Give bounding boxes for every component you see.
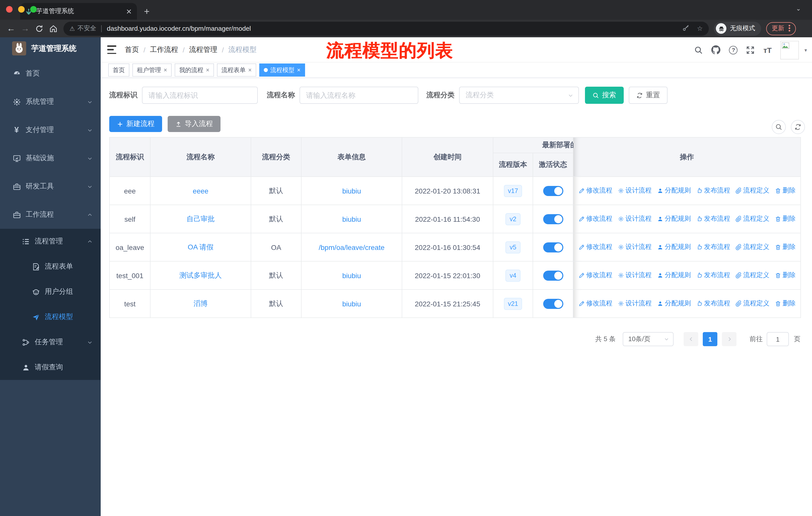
tag-流程表单[interactable]: 流程表单× bbox=[217, 63, 256, 77]
import-process-button[interactable]: 导入流程 bbox=[168, 116, 221, 132]
filter-input-流程名称[interactable] bbox=[299, 87, 418, 104]
security-label[interactable]: 不安全 bbox=[78, 24, 96, 33]
version-tag[interactable]: v4 bbox=[505, 269, 521, 281]
create-process-button[interactable]: 新建流程 bbox=[109, 116, 162, 132]
sidebar-item-流程管理[interactable]: 流程管理 bbox=[0, 229, 101, 254]
breadcrumb-item[interactable]: 工作流程 bbox=[150, 45, 178, 54]
home-icon[interactable] bbox=[46, 21, 60, 35]
sidebar-item-首页[interactable]: 首页 bbox=[0, 59, 101, 88]
active-toggle[interactable] bbox=[543, 270, 563, 280]
github-icon[interactable] bbox=[712, 45, 721, 54]
action-发布流程[interactable]: 发布流程 bbox=[696, 214, 730, 223]
action-删除[interactable]: 删除 bbox=[775, 271, 795, 280]
sidebar-item-流程表单[interactable]: 流程表单 bbox=[0, 254, 101, 279]
sidebar-item-流程模型[interactable]: 流程模型 bbox=[0, 304, 101, 330]
action-设计流程[interactable]: 设计流程 bbox=[617, 243, 652, 252]
sidebar-item-工作流程[interactable]: 工作流程 bbox=[0, 200, 101, 229]
tag-close-icon[interactable]: × bbox=[248, 66, 252, 74]
search-icon[interactable] bbox=[694, 46, 703, 54]
active-toggle[interactable] bbox=[543, 242, 563, 252]
current-page-button[interactable]: 1 bbox=[703, 332, 717, 346]
tag-租户管理[interactable]: 租户管理× bbox=[133, 63, 172, 77]
action-删除[interactable]: 删除 bbox=[775, 186, 795, 195]
process-name-link[interactable]: 测试多审批人 bbox=[179, 271, 222, 279]
filter-input-流程标识[interactable] bbox=[142, 87, 258, 104]
reset-button[interactable]: 重置 bbox=[629, 87, 668, 104]
form-info-link[interactable]: biubiu bbox=[342, 271, 361, 279]
tag-流程模型[interactable]: 流程模型× bbox=[259, 63, 305, 77]
sidebar-item-系统管理[interactable]: 系统管理 bbox=[0, 88, 101, 116]
form-info-link[interactable]: biubiu bbox=[342, 187, 361, 195]
action-设计流程[interactable]: 设计流程 bbox=[617, 214, 652, 223]
form-info-link[interactable]: biubiu bbox=[342, 215, 361, 223]
active-toggle[interactable] bbox=[543, 186, 563, 196]
action-修改流程[interactable]: 修改流程 bbox=[578, 214, 612, 223]
new-tab-button[interactable]: + bbox=[144, 6, 149, 17]
action-分配规则[interactable]: 分配规则 bbox=[657, 243, 691, 252]
action-流程定义[interactable]: 流程定义 bbox=[735, 299, 770, 308]
breadcrumb-item[interactable]: 流程管理 bbox=[189, 45, 218, 54]
tab-search-chevron-icon[interactable]: ⌄ bbox=[796, 5, 801, 12]
version-tag[interactable]: v21 bbox=[504, 298, 522, 310]
tag-首页[interactable]: 首页 bbox=[108, 63, 129, 77]
bookmark-star-icon[interactable]: ☆ bbox=[697, 25, 703, 32]
action-删除[interactable]: 删除 bbox=[775, 299, 795, 308]
update-button[interactable]: 更新 ••• bbox=[766, 22, 796, 35]
action-发布流程[interactable]: 发布流程 bbox=[696, 186, 730, 195]
sidebar-item-基础设施[interactable]: 基础设施 bbox=[0, 144, 101, 172]
action-设计流程[interactable]: 设计流程 bbox=[617, 271, 652, 280]
sidebar-item-研发工具[interactable]: 研发工具 bbox=[0, 172, 101, 200]
action-发布流程[interactable]: 发布流程 bbox=[696, 271, 730, 280]
active-toggle[interactable] bbox=[543, 299, 563, 309]
filter-select-流程分类[interactable]: 流程分类 bbox=[459, 87, 579, 104]
action-修改流程[interactable]: 修改流程 bbox=[578, 243, 612, 252]
sidebar-item-任务管理[interactable]: 任务管理 bbox=[0, 330, 101, 355]
minimize-window-button[interactable] bbox=[18, 6, 25, 12]
url-bar[interactable]: ⚠ 不安全 dashboard.yudao.iocoder.cn/bpm/man… bbox=[63, 21, 709, 35]
form-info-link[interactable]: biubiu bbox=[342, 300, 361, 308]
process-name-link[interactable]: 滔博 bbox=[194, 299, 208, 307]
fullscreen-icon[interactable] bbox=[746, 46, 755, 54]
action-设计流程[interactable]: 设计流程 bbox=[617, 299, 652, 308]
back-icon[interactable]: ← bbox=[4, 21, 18, 35]
action-修改流程[interactable]: 修改流程 bbox=[578, 271, 612, 280]
action-分配规则[interactable]: 分配规则 bbox=[657, 271, 691, 280]
process-name-link[interactable]: eeee bbox=[193, 187, 208, 195]
action-发布流程[interactable]: 发布流程 bbox=[696, 243, 730, 252]
zoom-window-button[interactable] bbox=[30, 6, 37, 12]
sidebar-item-请假查询[interactable]: 请假查询 bbox=[0, 355, 101, 380]
tag-close-icon[interactable]: × bbox=[206, 66, 209, 74]
show-search-button[interactable] bbox=[772, 120, 786, 134]
action-删除[interactable]: 删除 bbox=[775, 243, 795, 252]
version-tag[interactable]: v5 bbox=[505, 241, 521, 253]
font-size-icon[interactable]: ᴛT bbox=[763, 46, 772, 54]
next-page-button[interactable] bbox=[722, 332, 736, 346]
tag-我的流程[interactable]: 我的流程× bbox=[175, 63, 214, 77]
sidebar-item-支付管理[interactable]: ¥支付管理 bbox=[0, 116, 101, 144]
avatar[interactable] bbox=[780, 40, 799, 59]
process-name-link[interactable]: OA 请假 bbox=[188, 243, 214, 251]
active-toggle[interactable] bbox=[543, 214, 563, 224]
reload-icon[interactable] bbox=[32, 21, 46, 35]
process-name-link[interactable]: 自己审批 bbox=[186, 214, 215, 222]
page-size-select[interactable]: 10条/页 bbox=[623, 332, 673, 346]
browser-menu-icon[interactable]: ••• bbox=[788, 25, 790, 32]
key-icon[interactable] bbox=[683, 25, 690, 32]
prev-page-button[interactable] bbox=[684, 332, 698, 346]
caret-down-icon[interactable]: ▾ bbox=[805, 47, 807, 53]
action-分配规则[interactable]: 分配规则 bbox=[657, 299, 691, 308]
url-text[interactable]: dashboard.yudao.iocoder.cn/bpm/manager/m… bbox=[107, 25, 251, 32]
sidebar-item-用户分组[interactable]: 用户分组 bbox=[0, 279, 101, 304]
action-删除[interactable]: 删除 bbox=[775, 214, 795, 223]
version-tag[interactable]: v17 bbox=[504, 185, 522, 197]
action-分配规则[interactable]: 分配规则 bbox=[657, 214, 691, 223]
action-流程定义[interactable]: 流程定义 bbox=[735, 271, 770, 280]
browser-tab[interactable]: 芋道管理系统 ✕ bbox=[20, 3, 137, 20]
action-发布流程[interactable]: 发布流程 bbox=[696, 299, 730, 308]
goto-page-input[interactable] bbox=[767, 332, 789, 346]
action-修改流程[interactable]: 修改流程 bbox=[578, 186, 612, 195]
action-流程定义[interactable]: 流程定义 bbox=[735, 186, 770, 195]
search-button[interactable]: 搜索 bbox=[585, 87, 624, 104]
sidebar-logo-row[interactable]: 芋道管理系统 bbox=[0, 37, 101, 59]
tag-close-icon[interactable]: × bbox=[297, 66, 300, 74]
